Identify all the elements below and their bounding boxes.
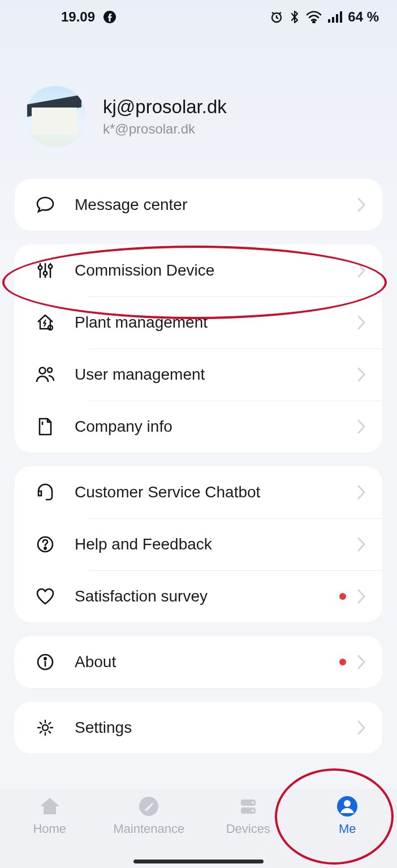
- profile-display-name: kj@prosolar.dk: [103, 96, 227, 118]
- statusbar-battery: 64 %: [348, 9, 379, 25]
- tab-label: Me: [339, 822, 356, 836]
- svg-rect-6: [340, 11, 342, 23]
- chevron-right-icon: [356, 654, 366, 671]
- row-about[interactable]: About: [15, 636, 382, 688]
- notification-dot: [339, 593, 346, 600]
- info-icon: [35, 652, 55, 672]
- question-icon: [35, 534, 55, 555]
- row-customer-service[interactable]: Customer Service Chatbot: [15, 466, 382, 518]
- tab-label: Maintenance: [113, 822, 184, 836]
- chevron-right-icon: [356, 366, 366, 383]
- users-icon: [35, 364, 55, 385]
- svg-point-11: [40, 368, 46, 374]
- facebook-icon: [103, 10, 116, 24]
- svg-rect-5: [336, 14, 338, 23]
- chevron-right-icon: [356, 196, 366, 213]
- person-icon: [335, 794, 359, 818]
- row-label: Customer Service Chatbot: [75, 483, 356, 501]
- svg-point-16: [44, 658, 46, 659]
- signal-icon: [327, 11, 342, 23]
- row-settings[interactable]: Settings: [15, 702, 382, 754]
- row-help-feedback[interactable]: Help and Feedback: [15, 518, 382, 570]
- card-group-1: Commission Device Plant management User …: [15, 244, 382, 453]
- row-label: User management: [75, 366, 356, 384]
- card-group-0: Message center: [15, 179, 382, 231]
- devices-icon: [236, 794, 260, 818]
- chevron-right-icon: [356, 536, 366, 553]
- row-label: Settings: [75, 719, 356, 737]
- row-satisfaction-survey[interactable]: Satisfaction survey: [15, 570, 382, 622]
- home-indicator: [133, 860, 264, 863]
- avatar: [25, 86, 86, 147]
- row-user-management[interactable]: User management: [15, 349, 382, 401]
- svg-point-24: [344, 800, 351, 807]
- row-label: Plant management: [75, 313, 356, 332]
- wrench-icon: [137, 794, 161, 818]
- heart-icon: [35, 586, 55, 607]
- svg-point-9: [49, 265, 52, 268]
- sliders-icon: [35, 260, 55, 281]
- chevron-right-icon: [356, 719, 366, 736]
- svg-point-8: [44, 272, 47, 275]
- tab-label: Devices: [226, 822, 270, 836]
- chevron-right-icon: [356, 314, 366, 331]
- row-label: Satisfaction survey: [75, 587, 339, 605]
- svg-point-22: [252, 810, 254, 812]
- home-icon: [38, 794, 62, 818]
- house-bolt-icon: [35, 312, 55, 333]
- statusbar: 19.09 64 %: [0, 0, 397, 34]
- tab-bar: Home Maintenance Devices Me: [0, 789, 397, 868]
- tab-label: Home: [33, 822, 66, 836]
- card-group-4: Settings: [15, 702, 382, 754]
- row-commission-device[interactable]: Commission Device: [15, 244, 382, 297]
- row-message-center[interactable]: Message center: [15, 179, 382, 231]
- headset-icon: [35, 482, 55, 502]
- svg-point-2: [313, 21, 315, 23]
- profile-sub-name: k*@prosolar.dk: [103, 121, 227, 137]
- chevron-right-icon: [356, 418, 366, 435]
- row-label: Help and Feedback: [75, 535, 356, 553]
- content-scroll[interactable]: Message center Commission Device Plant m…: [15, 179, 382, 789]
- doc-icon: [35, 416, 55, 437]
- notification-dot: [339, 659, 346, 665]
- wifi-icon: [306, 11, 322, 23]
- svg-rect-3: [328, 19, 330, 23]
- message-icon: [35, 195, 55, 215]
- bluetooth-icon: [289, 10, 300, 24]
- statusbar-time: 19.09: [61, 9, 95, 25]
- tab-home[interactable]: Home: [0, 794, 100, 868]
- row-company-info[interactable]: Company info: [15, 401, 382, 453]
- tab-me[interactable]: Me: [298, 794, 398, 868]
- row-label: Commission Device: [75, 261, 356, 280]
- svg-point-21: [252, 802, 254, 804]
- tab-maintenance[interactable]: Maintenance: [100, 794, 199, 868]
- svg-point-17: [42, 725, 48, 731]
- row-label: Message center: [75, 196, 356, 214]
- svg-point-14: [44, 547, 46, 549]
- svg-rect-4: [332, 17, 334, 23]
- profile-header[interactable]: kj@prosolar.dk k*@prosolar.dk: [25, 86, 372, 147]
- svg-point-7: [38, 266, 42, 269]
- tab-devices[interactable]: Devices: [198, 794, 298, 868]
- chevron-right-icon: [356, 588, 366, 605]
- row-plant-management[interactable]: Plant management: [15, 297, 382, 349]
- alarm-icon: [270, 10, 283, 24]
- chevron-right-icon: [356, 484, 366, 501]
- row-label: About: [75, 653, 339, 671]
- row-label: Company info: [75, 418, 356, 436]
- svg-point-12: [48, 368, 52, 372]
- gear-icon: [35, 717, 55, 738]
- card-group-2: Customer Service Chatbot Help and Feedba…: [15, 466, 382, 622]
- card-group-3: About: [15, 636, 382, 688]
- chevron-right-icon: [356, 262, 366, 279]
